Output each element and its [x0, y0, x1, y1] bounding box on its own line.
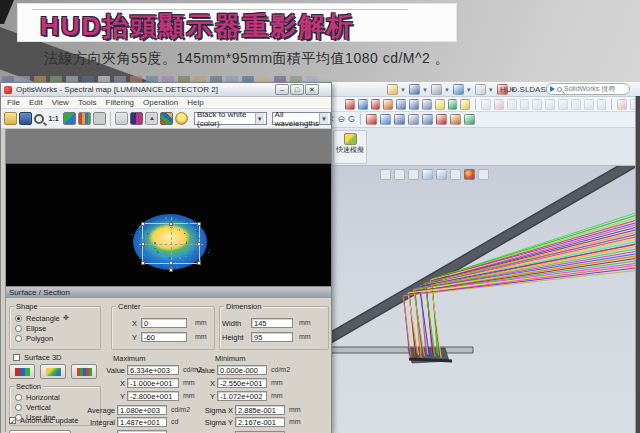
- mirror-icon[interactable]: [571, 99, 581, 110]
- wavelength-select[interactable]: All wavelengths▼: [272, 112, 331, 125]
- value-field[interactable]: -1.000e+001: [127, 378, 179, 388]
- color-grid-button[interactable]: [71, 364, 97, 379]
- colormap-select[interactable]: Black to white (color)▼: [194, 112, 267, 125]
- section-radio-0[interactable]: [15, 394, 22, 401]
- traffic-light-icon[interactable]: [435, 99, 445, 110]
- optisworks-titlebar[interactable]: OptisWorks - Spectral map [LUMINANCE DET…: [1, 83, 331, 97]
- selection-handle[interactable]: [169, 261, 173, 265]
- shield2-icon[interactable]: [464, 114, 475, 125]
- sketch-icon[interactable]: [380, 114, 391, 125]
- zoom-out-icon[interactable]: ⊖: [338, 114, 346, 125]
- spectral-map-view[interactable]: [1, 129, 331, 286]
- value-field[interactable]: 145: [251, 318, 293, 328]
- move-icon[interactable]: [532, 99, 542, 110]
- source-icon[interactable]: [345, 99, 355, 110]
- rotate-icon[interactable]: [545, 99, 555, 110]
- value-field[interactable]: 2.167e-001: [235, 417, 285, 427]
- zoom2-icon[interactable]: [436, 114, 447, 125]
- menu-help[interactable]: Help: [187, 98, 203, 107]
- selection-handle[interactable]: [197, 261, 201, 265]
- slider-icon[interactable]: [145, 112, 158, 125]
- menu-file[interactable]: File: [7, 98, 20, 107]
- auto-update-checkbox[interactable]: ✓: [9, 417, 16, 424]
- selection-rectangle[interactable]: [142, 223, 200, 264]
- value-field[interactable]: 1.487e+001: [117, 417, 167, 427]
- grid3-icon[interactable]: [422, 99, 432, 110]
- mate-icon[interactable]: [494, 99, 504, 110]
- simulation-icon[interactable]: [371, 99, 381, 110]
- menu-operation[interactable]: Operation: [143, 98, 178, 107]
- render-icon[interactable]: [63, 112, 76, 125]
- cie-diagram-button[interactable]: [40, 364, 66, 379]
- value-field[interactable]: 2.885e-001: [235, 405, 285, 415]
- pattern-icon[interactable]: [558, 99, 568, 110]
- histogram-icon[interactable]: [78, 112, 91, 125]
- selection-handle[interactable]: [141, 261, 145, 265]
- palette-button[interactable]: [9, 364, 35, 379]
- appearance-icon[interactable]: [478, 169, 489, 180]
- light-icon[interactable]: [175, 112, 188, 125]
- bom-icon[interactable]: [597, 99, 607, 110]
- equation-icon[interactable]: [520, 99, 530, 110]
- value-field[interactable]: -60: [141, 332, 187, 342]
- clipboard-icon[interactable]: [115, 112, 128, 125]
- shape-radio-0[interactable]: [15, 315, 22, 322]
- paste-icon[interactable]: [481, 99, 491, 110]
- value-field[interactable]: 95: [251, 332, 293, 342]
- shield-icon[interactable]: [448, 99, 458, 110]
- section-radio-1[interactable]: [15, 404, 22, 411]
- sensor-icon[interactable]: [358, 99, 368, 110]
- help-icon[interactable]: [460, 99, 470, 110]
- value-field[interactable]: -1.072e+002: [217, 391, 267, 401]
- grid4-icon[interactable]: [408, 114, 419, 125]
- save-icon[interactable]: [409, 84, 420, 95]
- menu-tools[interactable]: Tools: [78, 98, 97, 107]
- selection-handle[interactable]: [169, 268, 173, 272]
- selection-handle[interactable]: [141, 222, 145, 226]
- dimension-icon[interactable]: [507, 99, 517, 110]
- selection-handle[interactable]: [169, 222, 173, 226]
- value-field[interactable]: -2.550e+001: [217, 378, 267, 388]
- zoom-fit-icon[interactable]: [394, 169, 405, 180]
- surface3d-checkbox[interactable]: [13, 354, 20, 361]
- pan-icon[interactable]: G: [348, 114, 355, 125]
- minimize-button[interactable]: –: [275, 84, 289, 95]
- exploded-icon[interactable]: [584, 99, 594, 110]
- select-icon[interactable]: [475, 84, 486, 95]
- print-icon[interactable]: [431, 84, 442, 95]
- shape-radio-2[interactable]: [15, 335, 22, 342]
- zoom-window-icon[interactable]: [380, 169, 391, 180]
- open-icon[interactable]: [4, 112, 17, 125]
- value-field[interactable]: 1.080e+003: [117, 405, 167, 415]
- palette-table-icon[interactable]: [160, 112, 173, 125]
- quick-simulation-button[interactable]: 快速模擬: [333, 130, 367, 164]
- value-field[interactable]: 0.000e-000: [217, 365, 267, 375]
- sensor2-icon[interactable]: [366, 114, 377, 125]
- selection-handle[interactable]: [197, 222, 201, 226]
- display-style-icon[interactable]: [436, 169, 447, 180]
- save-icon[interactable]: [19, 112, 32, 125]
- hide-items-icon[interactable]: [450, 169, 461, 180]
- mirror2-icon[interactable]: [617, 99, 627, 110]
- results-map-icon[interactable]: [383, 99, 393, 110]
- maximize-button[interactable]: □: [290, 84, 304, 95]
- measure-icon[interactable]: [93, 112, 106, 125]
- undo-icon[interactable]: [453, 84, 464, 95]
- open-icon[interactable]: [387, 84, 398, 95]
- grid2-icon[interactable]: [409, 99, 419, 110]
- value-field[interactable]: -2.800e+001: [127, 391, 179, 401]
- menu-edit[interactable]: Edit: [29, 98, 43, 107]
- selection-handle[interactable]: [141, 242, 145, 246]
- menu-filtering[interactable]: Filtering: [106, 98, 134, 107]
- realview-icon[interactable]: [464, 169, 475, 180]
- annotate-icon[interactable]: [394, 114, 405, 125]
- grid5-icon[interactable]: [450, 114, 461, 125]
- actual-size-icon[interactable]: 1:1: [46, 112, 61, 125]
- value-field[interactable]: 6.334e+003: [127, 365, 179, 375]
- section-view-icon[interactable]: [408, 169, 419, 180]
- view-orientation-icon[interactable]: [422, 169, 433, 180]
- value-field[interactable]: 0: [141, 318, 187, 328]
- solidworks-search-box[interactable]: SolidWorks 搜尋: [546, 83, 630, 95]
- spectrum-icon[interactable]: [130, 112, 143, 125]
- graphics-area[interactable]: [325, 166, 640, 433]
